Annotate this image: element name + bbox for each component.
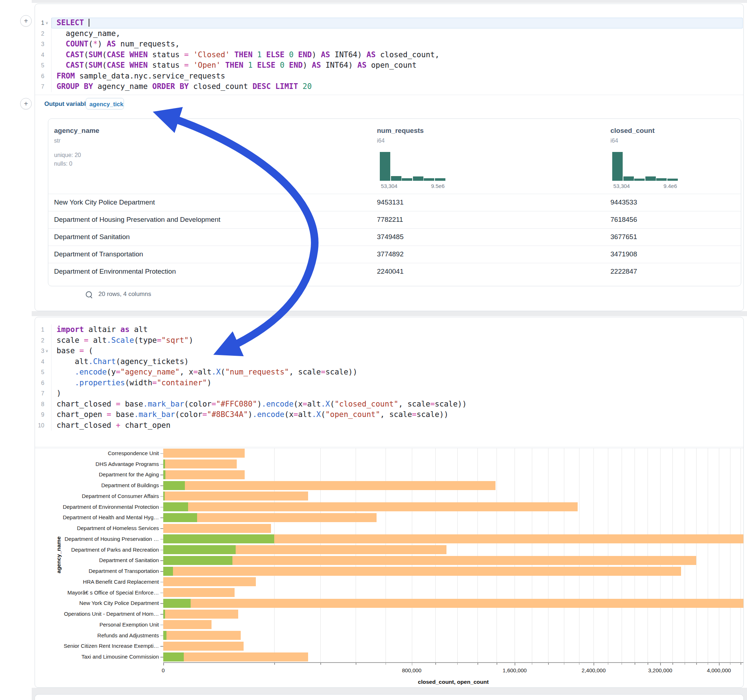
y-tick-label: Department for the Aging xyxy=(40,471,159,478)
gridline xyxy=(593,448,594,662)
gridline xyxy=(635,448,635,662)
bar-closed-count xyxy=(163,449,245,458)
bar-closed-count xyxy=(163,524,271,533)
line-number: 5 xyxy=(35,60,51,71)
code-line: 3 COUNT(*) AS num_requests, xyxy=(35,39,742,50)
y-tick-label: Department of Consumer Affairs xyxy=(40,493,159,499)
y-axis-tick xyxy=(160,560,163,561)
histogram-bar xyxy=(424,178,434,181)
bar-closed-count xyxy=(163,567,681,576)
table-footer: 20 rows, 4 columns xyxy=(98,291,151,298)
y-tick-label: Operations Unit - Department of Hom… xyxy=(40,611,159,617)
y-axis-tick xyxy=(160,475,163,475)
notebook-screen: + + 1∨SELECT 2 agency_name,3 COUNT(*) AS… xyxy=(0,0,747,700)
table-row[interactable]: Department of Transportation377489234719… xyxy=(48,246,741,263)
cell-divider xyxy=(35,95,743,95)
cell-num-requests: 2240041 xyxy=(377,263,404,280)
x-tick-label: 1,600,000 xyxy=(503,667,527,673)
bar-open-count xyxy=(163,470,165,479)
code-text: CAST(SUM(CASE WHEN status = 'Open' THEN … xyxy=(51,60,742,71)
gridline xyxy=(412,448,412,662)
line-number: 4 xyxy=(35,50,51,60)
x-axis-tick xyxy=(647,663,648,665)
cell-agency-name: Department of Transportation xyxy=(54,246,143,263)
search-icon[interactable] xyxy=(86,291,92,297)
gridline xyxy=(532,448,532,662)
table-row[interactable]: Department of Environmental Protection22… xyxy=(48,263,741,280)
y-axis-tick xyxy=(160,496,163,497)
output-variable-pill[interactable]: agency_tickets xyxy=(86,98,124,109)
bar-closed-count xyxy=(163,588,234,597)
x-axis-tick-major xyxy=(719,663,720,665)
gridline xyxy=(696,448,697,662)
sql-code-editor[interactable]: 1∨SELECT 2 agency_name,3 COUNT(*) AS num… xyxy=(35,18,742,92)
sql-cell: 1∨SELECT 2 agency_name,3 COUNT(*) AS num… xyxy=(35,4,744,311)
gridline xyxy=(274,448,275,662)
y-axis-tick xyxy=(160,582,163,582)
bar-open-count xyxy=(163,545,236,554)
histogram-bar xyxy=(435,178,445,181)
dataframe-preview[interactable]: agency_name str unique: 20 nulls: 0 num_… xyxy=(48,118,741,286)
y-axis-tick xyxy=(160,646,163,647)
fold-arrow-icon[interactable]: ∨ xyxy=(45,18,49,29)
x-axis-tick xyxy=(496,663,497,665)
bar-closed-count xyxy=(163,642,243,651)
code-line: 2 agency_name, xyxy=(35,29,742,39)
table-row[interactable]: New York City Police Department945313194… xyxy=(48,194,741,211)
y-axis-tick xyxy=(160,453,163,454)
x-tick-label: 800,000 xyxy=(402,667,421,673)
bar-open-count xyxy=(163,502,188,511)
gridline xyxy=(579,448,579,662)
column-stat-nulls: nulls: 0 xyxy=(54,161,73,167)
histogram-max-label: 9.4e6 xyxy=(664,183,677,189)
y-axis-tick xyxy=(160,464,163,465)
x-tick-label: 4,000,000 xyxy=(707,667,731,673)
y-tick-label: Personal Exemption Unit xyxy=(40,622,159,628)
code-text: GROUP BY agency_name ORDER BY closed_cou… xyxy=(51,81,742,92)
bar-open-count xyxy=(163,481,185,490)
x-axis-tick xyxy=(356,663,356,665)
bar-open-count xyxy=(163,609,165,619)
cell-agency-name: Department of Housing Preservation and D… xyxy=(54,211,221,228)
table-row[interactable]: Department of Housing Preservation and D… xyxy=(48,211,741,228)
gridline xyxy=(435,448,435,662)
cell-closed-count: 2222847 xyxy=(611,263,637,280)
cell-closed-count: 3471908 xyxy=(611,246,637,263)
text-cursor xyxy=(89,19,89,27)
y-axis-tick xyxy=(160,539,163,540)
row-divider xyxy=(48,228,741,229)
gridline xyxy=(496,448,497,662)
x-tick-label: 3,200,000 xyxy=(648,667,672,673)
add-cell-button-top[interactable]: + xyxy=(20,15,32,27)
y-tick-label: Department of Buildings xyxy=(40,482,159,489)
x-axis-tick xyxy=(548,663,549,665)
x-axis-tick-major xyxy=(660,663,661,665)
bar-open-count xyxy=(163,492,165,501)
y-axis-tick xyxy=(160,550,163,551)
gridline xyxy=(457,448,458,662)
histogram-bar xyxy=(612,152,623,181)
column-type-num-requests: i64 xyxy=(377,137,384,144)
code-line: 7GROUP BY agency_name ORDER BY closed_co… xyxy=(35,81,742,92)
x-axis-tick xyxy=(321,663,321,665)
bar-open-count xyxy=(163,599,191,608)
y-axis-title: agency_name xyxy=(56,501,62,609)
table-row[interactable]: Department of Sanitation37494853677651 xyxy=(48,228,741,246)
column-type-agency-name: str xyxy=(54,137,60,144)
y-axis-tick xyxy=(160,517,163,518)
gridline xyxy=(708,448,708,662)
gridline xyxy=(621,448,622,662)
add-cell-button-output[interactable]: + xyxy=(20,98,32,109)
code-line: 4 CAST(SUM(CASE WHEN status = 'Closed' T… xyxy=(35,50,742,60)
x-axis-tick xyxy=(730,663,731,665)
x-axis-tick xyxy=(608,663,609,665)
gridline xyxy=(564,448,564,662)
column-stat-unique: unique: 20 xyxy=(54,152,81,158)
output-variable-label: Output variable: xyxy=(44,101,91,108)
bar-closed-count xyxy=(163,481,496,490)
histogram-bar xyxy=(402,178,412,181)
cell-num-requests: 9453131 xyxy=(377,194,404,211)
x-axis-tick xyxy=(635,663,635,665)
cell-closed-count: 9443533 xyxy=(611,194,637,211)
bar-closed-count xyxy=(163,459,237,468)
